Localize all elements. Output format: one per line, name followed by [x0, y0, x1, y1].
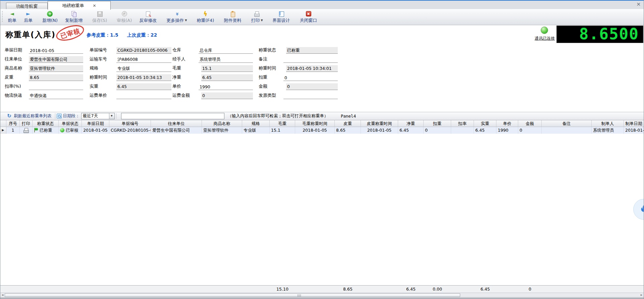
summary-cell [451, 286, 474, 293]
form-row: 备注 [259, 54, 338, 63]
weigh-button[interactable]: ϟ称重(F4) [193, 10, 218, 24]
grid-col-毛重[interactable]: 毛重 [270, 120, 295, 127]
copy-button[interactable]: 复制新增 [61, 10, 86, 24]
design-button[interactable]: 界面设计 [269, 10, 294, 24]
tare-info: 参考皮重：1.5上次皮重：22 [87, 32, 166, 38]
grid-col-规格[interactable]: 规格 [242, 120, 270, 127]
input-field[interactable] [199, 83, 253, 90]
input-field[interactable] [29, 83, 83, 90]
input-field[interactable] [283, 74, 338, 81]
input-field[interactable] [29, 92, 83, 99]
grid-body[interactable] [0, 134, 644, 285]
row-cell-规格: 专业版 [242, 127, 270, 134]
grid-col-称重状态[interactable]: 称重状态 [33, 120, 59, 127]
next-button[interactable]: ►后单 [20, 10, 36, 24]
row-cell-备注 [542, 127, 592, 134]
panel4-label: Panel4 [341, 114, 356, 119]
input-field[interactable] [199, 47, 253, 54]
input-field[interactable] [283, 56, 338, 63]
field-label: 运费单价 [90, 92, 116, 99]
scrollbar-thumb[interactable] [5, 293, 460, 297]
form-row: 称重状态已称重 [259, 45, 338, 54]
input-field[interactable] [116, 56, 171, 63]
input-field[interactable] [29, 47, 83, 54]
tab-weighbridge-slip[interactable]: 地磅称重单 ✕ [48, 1, 111, 10]
summary-cell [295, 286, 335, 293]
toolbar-button-label-row: 后单 [24, 17, 33, 24]
grid-col-扣率[interactable]: 扣率 [451, 120, 474, 127]
save-button[interactable]: 保存(S) [89, 10, 111, 24]
search-input[interactable] [121, 113, 224, 119]
refresh-list-button[interactable]: ↻ 刷新最近称重单列表 [4, 112, 54, 120]
main-toolbar: ◄前单►后单+新增(N)复制新增保存(S)✔审核(A)反审修改«更多操作▼ϟ称重… [0, 9, 644, 25]
readonly-field: 8.65 [29, 74, 83, 81]
edit-button[interactable]: 反审修改 [136, 10, 160, 24]
form-row: 发票类型 [259, 90, 338, 99]
grid-col-备注[interactable]: 备注 [542, 120, 592, 127]
grid-col-实重[interactable]: 实重 [474, 120, 496, 127]
grid-col-单据编号[interactable]: 单据编号 [109, 120, 151, 127]
add-icon: + [47, 11, 53, 17]
grid-col-皮重[interactable]: 皮重 [335, 120, 361, 127]
summary-cell [542, 286, 592, 293]
horizontal-scrollbar[interactable]: ◄ ► [0, 293, 644, 297]
prev-button[interactable]: ◄前单 [4, 10, 20, 24]
scrollbar-grip [298, 294, 301, 297]
tab-label: 地磅称重单 [62, 3, 84, 9]
grid-col-制单日期[interactable]: 制单日期 [624, 120, 644, 127]
form-column-4: 称重状态已称重备注称重时间2018-01-05 10:34:01扣重金额0发票类… [259, 45, 338, 99]
closewin-button[interactable]: ✖关闭窗口 [296, 10, 321, 24]
tab-function-nav[interactable]: 功能导航窗 [6, 3, 48, 10]
grid-col-往来单位[interactable]: 往来单位 [151, 120, 202, 127]
dropdown-arrow-icon[interactable]: ▼ [261, 19, 263, 22]
grid-col-皮重称重时间[interactable]: 皮重称重时间 [361, 120, 398, 127]
grid-col-单价[interactable]: 单价 [496, 120, 518, 127]
row-cell-往来单位: 爱普生中国有限公司 [151, 127, 202, 134]
tab-close-icon[interactable]: ✕ [93, 3, 96, 8]
grid-col-selector[interactable] [0, 120, 6, 127]
input-field[interactable] [283, 92, 338, 99]
combo-dropdown-icon[interactable]: ▼ [109, 113, 114, 119]
input-field[interactable] [116, 92, 171, 99]
field-label: 往来单位 [5, 56, 29, 63]
connection-status-link[interactable]: 通讯已连接 [533, 36, 557, 41]
summary-cell [202, 286, 242, 293]
summary-cell [151, 286, 202, 293]
printer-icon[interactable] [23, 128, 29, 133]
readonly-field: CGRKD-20180105-0006 [116, 47, 171, 54]
grid-col-金额[interactable]: 金额 [518, 120, 542, 127]
summary-cell: 6.45 [398, 286, 424, 293]
dropdown-arrow-icon[interactable]: ▼ [185, 19, 187, 22]
closewin-icon: ✖ [305, 11, 312, 17]
grid-col-扣重[interactable]: 扣重 [424, 120, 451, 127]
refresh-label: 刷新最近称重单列表 [14, 113, 52, 119]
date-range-select[interactable]: 最近7天 ▼ [81, 113, 115, 119]
grid-col-单据状态[interactable]: 单据状态 [59, 120, 82, 127]
window-close-button[interactable]: ✕ [636, 2, 641, 7]
scroll-right-icon[interactable]: ► [639, 293, 644, 297]
table-row[interactable]: ▶1已称重已审核2018-01-05CGRKD-20180105-0006爱普生… [0, 127, 644, 134]
audit-button[interactable]: ✔审核(A) [113, 10, 136, 24]
add-button[interactable]: +新增(N) [39, 10, 61, 24]
input-field[interactable] [116, 65, 171, 72]
row-cell-毛重称重时间: 2018-01-05 [295, 127, 335, 134]
summary-cell [6, 286, 20, 293]
grid-col-制单人[interactable]: 制单人 [592, 120, 624, 127]
toolbar-button-label: 称重(F4) [197, 17, 214, 24]
form-row: 扣率(%) [5, 81, 83, 90]
grid-col-毛重称重时间[interactable]: 毛重称重时间 [295, 120, 335, 127]
cell-text: 已称重 [40, 128, 52, 133]
attach-button[interactable]: 附件资料 [220, 10, 245, 24]
field-label: 扣率(%) [5, 83, 29, 90]
more-button[interactable]: «更多操作▼ [163, 10, 191, 24]
grid-col-商品名称[interactable]: 商品名称 [202, 120, 242, 127]
toolbar-grip[interactable] [1, 11, 3, 23]
grid-col-打印[interactable]: 打印 [20, 120, 33, 127]
input-field[interactable] [199, 56, 253, 63]
grid-col-序号[interactable]: 序号 [6, 120, 20, 127]
readonly-field: 6.45 [201, 74, 253, 81]
grid-col-净重[interactable]: 净重 [398, 120, 424, 127]
scroll-left-icon[interactable]: ◄ [0, 293, 5, 297]
grid-col-单据日期[interactable]: 单据日期 [82, 120, 109, 127]
print-button[interactable]: 打印▼ [247, 10, 266, 24]
